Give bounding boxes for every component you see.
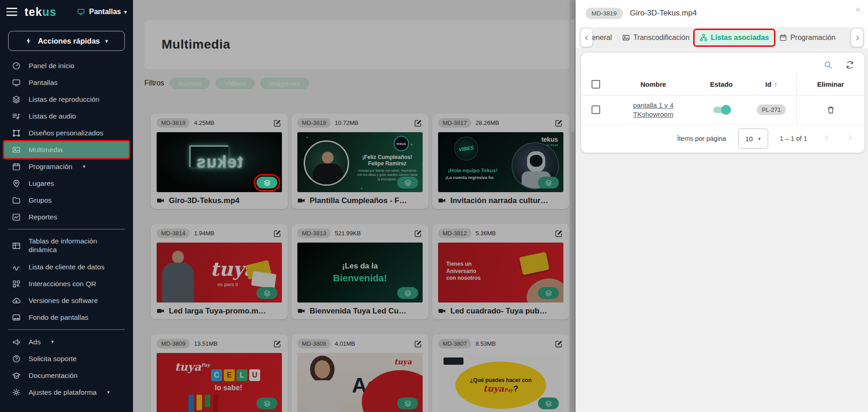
media-card[interactable]: MD-381728.26MB VIBES tekusCulture Fest ¡… — [432, 114, 569, 209]
page-size-select[interactable]: 10▾ — [738, 129, 768, 149]
sidebar-item-ajustes-plataforma[interactable]: Ajustes de plataforma▾ — [4, 384, 129, 401]
tabs-scroll-left-button[interactable] — [581, 29, 592, 47]
select-all-checkbox[interactable] — [592, 80, 600, 89]
sidebar-item-interacciones-qr[interactable]: Interacciones con QR — [4, 275, 129, 292]
row-checkbox[interactable] — [592, 105, 600, 114]
associated-lists-badge[interactable] — [397, 397, 418, 409]
app-window: tekus Pantallas ▾ Acciones rápidas ▾ Pan… — [0, 0, 868, 412]
media-thumbnail[interactable]: Ac tuya — [297, 353, 423, 412]
qr-icon — [12, 279, 21, 288]
close-icon[interactable]: × — [855, 5, 861, 14]
media-card[interactable]: MD-3813521.99KB ¡Les da la Bienvenida! B… — [291, 224, 429, 319]
edit-icon[interactable] — [273, 339, 282, 348]
person-photo-circle — [304, 140, 349, 186]
edit-icon[interactable] — [554, 229, 563, 238]
chevron-down-icon: ▾ — [758, 136, 761, 142]
sidebar-item-grupos[interactable]: Grupos — [4, 192, 129, 208]
sidebar-item-solicita-soporte[interactable]: Solicita soporte — [4, 350, 129, 367]
tabs-scroll-right-button[interactable] — [851, 29, 863, 47]
associated-lists-badge[interactable] — [538, 397, 559, 409]
filter-chip-videos[interactable]: Videos — [215, 78, 255, 89]
scrollbar-thumb[interactable] — [571, 19, 575, 133]
sidebar-item-listas-reproduccion[interactable]: Listas de reproducción — [4, 91, 129, 108]
filter-chip-audios[interactable]: Audios — [170, 78, 210, 89]
sidebar-item-disenos[interactable]: Diseños personalizados — [4, 124, 129, 141]
media-thumbnail[interactable]: VIBES tekusCulture Fest ¡Hola equipo Tek… — [438, 132, 563, 192]
edit-icon[interactable] — [554, 119, 563, 128]
column-header-id[interactable]: Id↑ — [746, 80, 796, 88]
person-silhouette — [172, 251, 184, 263]
items-per-page-label: Ítems por página — [677, 135, 726, 142]
filter-chip-imagenes[interactable]: Imágenes — [260, 78, 309, 89]
edit-icon[interactable] — [414, 339, 423, 348]
prev-page-button[interactable] — [824, 134, 831, 144]
media-thumbnail[interactable]: Tienes un Aniversario con nosotros — [438, 243, 563, 303]
sidebar-item-panel-de-inicio[interactable]: Panel de inicio — [4, 57, 129, 74]
sidebar-item-fondo-pantallas[interactable]: Fondo de pantallas — [4, 309, 129, 326]
edit-icon[interactable] — [414, 119, 423, 128]
media-thumbnail[interactable]: ¡Les da la Bienvenida! — [297, 243, 423, 303]
edit-icon[interactable] — [414, 229, 423, 238]
sidebar-item-documentacion[interactable]: Documentación — [4, 367, 129, 384]
next-page-button[interactable] — [846, 134, 853, 144]
videocam-icon — [297, 196, 306, 205]
media-card[interactable]: MD-38084.01MB Ac tuya — [291, 334, 429, 412]
chart-icon — [12, 213, 21, 222]
sidebar-item-reportes[interactable]: Reportes — [4, 208, 129, 225]
sidebar-item-pantallas[interactable]: Pantallas — [4, 74, 129, 91]
media-card[interactable]: MD-381810.72MB tekus ¡Feliz Cumpleaños!F… — [291, 114, 429, 209]
refresh-icon[interactable] — [845, 60, 854, 69]
page-title: Multimedia — [162, 37, 230, 52]
media-thumbnail[interactable]: tekus ¡Feliz Cumpleaños!Felipe RamírezGr… — [297, 132, 423, 192]
media-id-badge: MD-3817 — [438, 118, 471, 128]
tab-programacion[interactable]: Programación — [774, 30, 841, 45]
media-card[interactable]: MD-38078.53MB ¿Qué puedes hacer con tuya… — [432, 334, 569, 412]
associated-lists-badge[interactable] — [256, 397, 277, 409]
workspace-selector[interactable]: Pantallas ▾ — [76, 8, 127, 16]
help-circle-icon — [12, 354, 21, 363]
associated-lists-badge[interactable] — [256, 177, 277, 189]
media-card[interactable]: MD-38141.94MB tuya es para ti Led larga … — [151, 224, 288, 319]
search-icon[interactable] — [824, 60, 833, 69]
column-header-estado[interactable]: Estado — [696, 80, 746, 88]
media-id-badge: MD-3814 — [157, 228, 190, 238]
calendar-icon — [12, 162, 21, 171]
edit-icon[interactable] — [273, 119, 282, 128]
media-card[interactable]: MD-38194.25MB tekus Giro-3D-Tekus.mp4 — [151, 114, 288, 209]
associated-lists-badge[interactable] — [397, 177, 418, 189]
media-id-badge: MD-3813 — [297, 228, 330, 238]
playlist-link[interactable]: pantalla 1 y 4TKshowroom — [633, 101, 673, 119]
sidebar-item-lugares[interactable]: Lugares — [4, 175, 129, 192]
associated-lists-badge[interactable] — [256, 287, 277, 299]
associated-lists-badge[interactable] — [397, 287, 418, 299]
sidebar-item-lista-cliente-datos[interactable]: Lista de cliente de datos — [4, 258, 129, 275]
sidebar-item-programacion[interactable]: Programación▾ — [4, 158, 129, 175]
associated-lists-badge[interactable] — [538, 177, 559, 189]
chevron-down-icon: ▾ — [83, 164, 86, 169]
associated-lists-badge[interactable] — [538, 287, 559, 299]
media-id-badge: MD-3819 — [157, 118, 190, 128]
monitor-icon — [12, 78, 21, 87]
estado-toggle-on[interactable] — [713, 107, 730, 113]
sidebar-item-versiones-software[interactable]: Versiones de software — [4, 292, 129, 309]
media-thumbnail[interactable]: tuya es para ti — [157, 243, 282, 303]
trash-icon[interactable] — [826, 105, 835, 114]
sidebar-item-multimedia[interactable]: Multimedia — [4, 141, 129, 158]
media-card[interactable]: MD-38125.36MB Tienes un Aniversario con … — [432, 224, 569, 319]
sidebar-item-ads[interactable]: Ads▾ — [4, 333, 129, 350]
main-scrollbar[interactable] — [570, 0, 576, 412]
edit-icon[interactable] — [554, 339, 563, 348]
media-thumbnail[interactable]: ¿Qué puedes hacer con tuyaPay? — [438, 353, 563, 412]
edit-icon[interactable] — [273, 229, 282, 238]
sidebar-item-tablas-informacion[interactable]: Tablas de información dinámica — [4, 233, 129, 258]
quick-actions-button[interactable]: Acciones rápidas ▾ — [8, 31, 125, 51]
hamburger-menu-icon[interactable] — [6, 8, 17, 16]
gear-icon — [12, 388, 21, 397]
media-thumbnail[interactable]: tekus — [157, 132, 282, 192]
media-thumbnail[interactable]: tuyaPay CELU lo sabe! — [157, 353, 282, 412]
tab-transcodificacion[interactable]: Transcodificación — [617, 30, 695, 45]
tab-listas-asociadas[interactable]: Listas asociadas — [695, 30, 774, 45]
column-header-nombre[interactable]: Nombre — [610, 80, 696, 88]
sidebar-item-listas-audio[interactable]: Listas de audio — [4, 108, 129, 124]
media-card[interactable]: MD-380913.51MB tuyaPay CELU lo sabe! — [151, 334, 288, 412]
